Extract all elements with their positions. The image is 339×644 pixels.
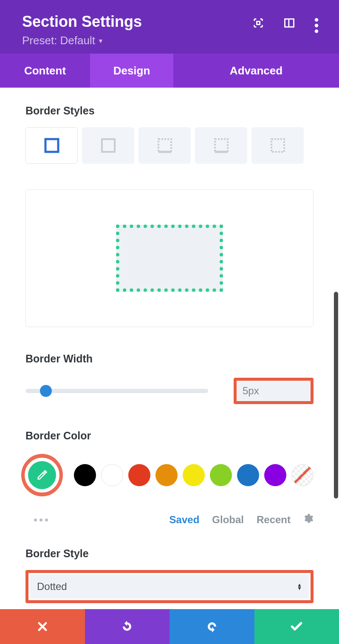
svg-rect-6	[45, 139, 58, 152]
tab-design[interactable]: Design	[90, 54, 173, 88]
svg-rect-11	[215, 139, 228, 152]
more-menu-icon[interactable]	[314, 17, 319, 29]
border-style-none[interactable]	[82, 127, 134, 164]
border-style-select[interactable]: Dotted ▲▼	[25, 570, 314, 603]
redo-icon	[206, 620, 218, 633]
border-styles-label: Border Styles	[25, 105, 314, 117]
square-open-icon	[101, 138, 116, 153]
border-color-label: Border Color	[25, 430, 314, 442]
square-solid-icon	[44, 138, 59, 153]
tab-content[interactable]: Content	[0, 54, 90, 88]
border-preview	[25, 189, 314, 327]
footer	[0, 609, 339, 644]
columns-icon[interactable]	[283, 17, 295, 29]
square-dashed-sides-icon	[214, 138, 229, 153]
preset-dropdown[interactable]: Preset: Default ▼	[22, 34, 142, 47]
border-width-slider[interactable]	[25, 385, 208, 397]
swatch-purple[interactable]	[264, 464, 286, 486]
border-style-label: Border Style	[25, 547, 314, 560]
border-style-options	[25, 127, 314, 164]
svg-rect-9	[158, 139, 171, 152]
chevron-down-icon: ▼	[98, 37, 104, 44]
redo-button[interactable]	[170, 609, 254, 644]
gear-icon[interactable]	[303, 513, 314, 526]
tabs: Content Design Advanced	[0, 54, 339, 88]
undo-icon	[121, 620, 133, 633]
svg-rect-7	[102, 139, 115, 152]
close-button[interactable]	[0, 609, 85, 644]
swatch-transparent[interactable]	[291, 464, 314, 486]
fullscreen-icon[interactable]	[252, 17, 264, 29]
confirm-button[interactable]	[254, 609, 339, 644]
square-dashed-all-icon	[270, 138, 285, 153]
preset-label: Preset: Default	[22, 34, 95, 47]
border-width-input[interactable]: 5px	[234, 378, 314, 404]
border-style-solid[interactable]	[25, 127, 78, 164]
filter-recent[interactable]: Recent	[257, 514, 291, 526]
swatch-yellow[interactable]	[183, 464, 205, 486]
border-style-value: Dotted	[37, 581, 67, 593]
swatch-white[interactable]	[101, 464, 123, 486]
tab-advanced[interactable]: Advanced	[173, 54, 339, 88]
check-icon	[290, 620, 303, 633]
svg-point-3	[315, 18, 318, 22]
swatch-red[interactable]	[128, 464, 150, 486]
color-picker-active[interactable]	[21, 454, 63, 496]
swatch-orange[interactable]	[155, 464, 178, 486]
svg-rect-0	[257, 22, 260, 25]
slider-thumb[interactable]	[40, 385, 52, 397]
border-style-dashed-sides[interactable]	[195, 127, 247, 164]
border-style-dashed-all[interactable]	[251, 127, 304, 164]
swatch-blue[interactable]	[237, 464, 259, 486]
more-colors-icon[interactable]	[34, 519, 48, 521]
svg-point-5	[315, 29, 318, 33]
svg-point-4	[315, 24, 318, 27]
square-dashed-top-icon	[157, 138, 172, 153]
color-swatches	[25, 454, 314, 496]
filter-global[interactable]: Global	[212, 514, 244, 526]
border-style-dashed-top[interactable]	[138, 127, 191, 164]
header: Section Settings Preset: Default ▼	[0, 0, 339, 54]
border-preview-inner	[116, 225, 223, 292]
close-icon	[37, 621, 48, 633]
panel-body: Border Styles	[0, 88, 339, 620]
filter-saved[interactable]: Saved	[170, 514, 200, 526]
undo-button[interactable]	[85, 609, 170, 644]
svg-rect-13	[271, 139, 284, 152]
scrollbar[interactable]	[334, 292, 338, 499]
panel-title: Section Settings	[22, 13, 142, 31]
eyedropper-icon	[36, 469, 48, 481]
select-arrows-icon: ▲▼	[297, 583, 302, 590]
swatch-black[interactable]	[74, 464, 96, 486]
border-width-label: Border Width	[25, 353, 314, 365]
palette-filters: Saved Global Recent	[25, 513, 314, 526]
swatch-green[interactable]	[210, 464, 232, 486]
